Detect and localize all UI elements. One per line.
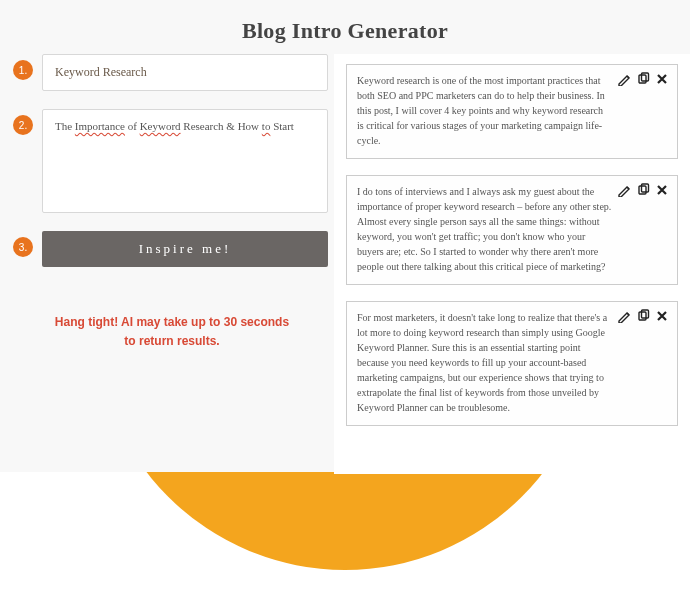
copy-icon[interactable] xyxy=(635,308,650,323)
copy-icon[interactable] xyxy=(635,71,650,86)
result-card: For most marketers, it doesn't take long… xyxy=(346,301,678,426)
step-badge-1: 1. xyxy=(13,60,33,80)
result-card: Keyword research is one of the most impo… xyxy=(346,64,678,159)
close-icon[interactable] xyxy=(654,182,669,197)
result-card: I do tons of interviews and I always ask… xyxy=(346,175,678,285)
page-title: Blog Intro Generator xyxy=(0,18,690,44)
edit-icon[interactable] xyxy=(616,182,631,197)
close-icon[interactable] xyxy=(654,308,669,323)
keyword-input[interactable] xyxy=(42,54,328,91)
copy-icon[interactable] xyxy=(635,182,650,197)
result-text: Keyword research is one of the most impo… xyxy=(357,73,612,148)
inspire-button[interactable]: Inspire me! xyxy=(42,231,328,267)
result-text: For most marketers, it doesn't take long… xyxy=(357,310,612,415)
close-icon[interactable] xyxy=(654,71,669,86)
step-badge-2: 2. xyxy=(13,115,33,135)
results-panel: Keyword research is one of the most impo… xyxy=(334,54,690,474)
edit-icon[interactable] xyxy=(616,71,631,86)
edit-icon[interactable] xyxy=(616,308,631,323)
step-badge-3: 3. xyxy=(13,237,33,257)
result-text: I do tons of interviews and I always ask… xyxy=(357,184,612,274)
topic-input[interactable]: The Importance of Keyword Research & How… xyxy=(42,109,328,213)
status-note: Hang tight! AI may take up to 30 seconds… xyxy=(16,313,328,351)
